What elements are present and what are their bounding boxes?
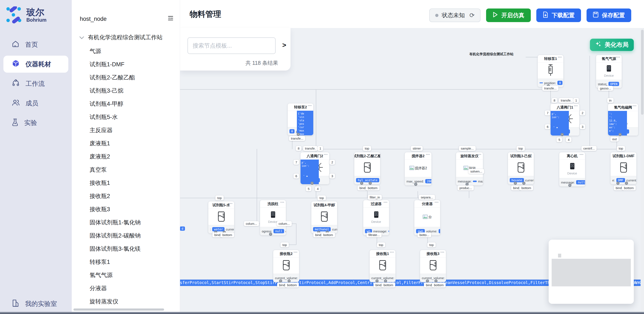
port-chip-transfe[interactable]: transfe.: [303, 146, 318, 151]
port-chip-bottom[interactable]: bottom: [382, 283, 395, 288]
canvas-node-试剂瓶4-甲醇[interactable]: 试剂瓶4-甲醇•••methanolcurrent_>>: [311, 201, 337, 233]
port-chip-filter_in[interactable]: filter_in: [368, 195, 382, 200]
port-chip-3[interactable]: 3: [330, 173, 335, 178]
port-chip-bottom[interactable]: bottom: [622, 185, 636, 190]
canvas-node-分液器[interactable]: 分液器•••分ownvolume:250>: [414, 200, 440, 235]
refresh-icon[interactable]: ⟳: [470, 12, 474, 19]
node-menu-icon[interactable]: •••: [384, 200, 388, 204]
sidebar-item-实验[interactable]: 实验: [4, 114, 68, 131]
开启仿真-button[interactable]: 开启仿真: [486, 8, 531, 22]
port-chip-top[interactable]: top: [363, 146, 371, 151]
port-chip-5[interactable]: 5: [306, 186, 311, 191]
canvas-node-八通阀门2[interactable]: 八通阀门2•••status:nup', ion': ' ▪>: [300, 152, 330, 184]
tree-item[interactable]: 接收瓶3: [72, 203, 180, 216]
node-menu-icon[interactable]: •••: [616, 55, 620, 59]
node-menu-icon[interactable]: •••: [426, 153, 430, 156]
port-chip-separa[interactable]: separa...: [419, 195, 435, 200]
sidebar-item-仪器耗材[interactable]: 仪器耗材: [4, 56, 68, 73]
port-handle-icon[interactable]: >: [434, 279, 438, 283]
sidebar-item-my-lab[interactable]: 我的实验室: [0, 299, 84, 309]
canvas-node-过滤器[interactable]: 过滤器•••Devicewnmessage:ma>: [363, 200, 389, 235]
port-handle-icon[interactable]: >: [625, 182, 628, 185]
port-chip-5[interactable]: 5: [556, 137, 562, 142]
port-chip-stirrer[interactable]: stirrer: [411, 146, 423, 151]
port-handle-icon[interactable]: >: [368, 182, 372, 185]
search-input[interactable]: [188, 37, 276, 54]
node-menu-icon[interactable]: •••: [574, 104, 578, 108]
canvas-node-接收瓶2[interactable]: 接收瓶2•••current_volume:0>>: [273, 250, 299, 282]
canvas-node-洗脱柱[interactable]: 洗脱柱•••Deviceogress:nullcolu>: [260, 200, 286, 235]
tree-item[interactable]: 废液瓶2: [72, 150, 180, 163]
port-chip-8[interactable]: 8: [296, 146, 301, 151]
port-chip-transfe[interactable]: transfe.: [559, 98, 573, 103]
node-menu-icon[interactable]: •••: [294, 250, 298, 254]
sidebar-item-成员[interactable]: 成员: [4, 95, 68, 112]
port-handle-icon[interactable]: >: [297, 133, 300, 136]
tree-item[interactable]: 氢气气源: [72, 269, 180, 282]
port-chip-3[interactable]: 3: [580, 124, 585, 129]
tree-item[interactable]: 真空泵: [72, 163, 180, 176]
port-chip-bottom[interactable]: bottom: [366, 185, 380, 190]
flow-canvas[interactable]: 有机化学流程综合测试工作站 sferProtocol,StartStirProt…: [180, 28, 644, 314]
canvas-node-八通阀门1[interactable]: 八通阀门1•••status:Idp', ion': ' ▪>: [550, 104, 580, 136]
port-chip-6[interactable]: 6: [294, 173, 299, 178]
port-handle-icon[interactable]: >: [618, 133, 622, 136]
tree-item[interactable]: 旋转蒸发仪: [72, 295, 180, 308]
tree-item[interactable]: 试剂瓶3-己烷: [72, 84, 180, 97]
port-chip-top[interactable]: top: [427, 242, 436, 247]
port-chip-2[interactable]: 2: [330, 160, 335, 165]
tree-item[interactable]: 接收瓶1: [72, 176, 180, 189]
port-chip-transfe[interactable]: transfe...: [289, 136, 305, 141]
port-chip-bottom[interactable]: bottom: [321, 232, 335, 237]
node-menu-icon[interactable]: •••: [390, 250, 394, 254]
port-chip-bottom[interactable]: bottom: [285, 283, 299, 288]
minimap-viewport[interactable]: [552, 259, 631, 286]
port-handle-icon[interactable]: >: [360, 182, 363, 185]
canvas-node-氢气气源[interactable]: 氢气气源•••Devicestatus:OPEN>: [596, 55, 622, 88]
node-menu-icon[interactable]: •••: [324, 153, 328, 156]
port-chip-8[interactable]: 8: [552, 98, 557, 103]
beautify-layout-button[interactable]: 美化布局: [590, 39, 634, 51]
node-menu-icon[interactable]: •••: [440, 250, 444, 254]
port-chip-filtrate[interactable]: filtrate...: [366, 232, 382, 237]
search-submit-chevron-icon[interactable]: >: [282, 41, 286, 49]
node-menu-icon[interactable]: •••: [528, 153, 532, 156]
port-handle-icon[interactable]: >: [568, 184, 572, 187]
tree-item[interactable]: 试剂瓶4-甲醇: [72, 97, 180, 111]
tree-item[interactable]: 固体试剂瓶2-碳酸钠: [72, 229, 180, 242]
port-handle-icon[interactable]: >: [414, 183, 417, 186]
node-menu-icon[interactable]: •••: [332, 202, 336, 205]
port-handle-icon[interactable]: >: [616, 182, 620, 185]
port-chip-gasso[interactable]: gasso...: [598, 86, 613, 91]
node-menu-icon[interactable]: •••: [434, 200, 439, 204]
下载配置-button[interactable]: 下载配置: [536, 8, 581, 22]
port-chip-produc[interactable]: produc...: [458, 185, 474, 190]
port-chip-4[interactable]: 4: [566, 137, 572, 142]
tree-item[interactable]: 固体试剂瓶1-氯化钠: [72, 216, 180, 229]
node-menu-icon[interactable]: •••: [308, 104, 312, 107]
tree-item[interactable]: 气源: [72, 45, 180, 58]
tree-item[interactable]: 试剂瓶5-水: [72, 111, 180, 124]
port-handle-icon[interactable]: >: [522, 182, 526, 185]
node-menu-icon[interactable]: •••: [228, 202, 232, 205]
port-chip-top[interactable]: top: [280, 242, 289, 247]
port-chip-6[interactable]: 6: [545, 124, 550, 129]
node-menu-icon[interactable]: •••: [374, 153, 378, 156]
node-menu-icon[interactable]: •••: [558, 55, 562, 59]
port-chip-out[interactable]: out: [610, 137, 619, 142]
canvas-node-试剂瓶1-DMF[interactable]: 试剂瓶1-DMF•••e:DMFcurrent_vol>>: [610, 152, 636, 184]
minimap[interactable]: [549, 240, 634, 304]
port-handle-icon[interactable]: >: [288, 279, 291, 283]
sidebar-item-工作流[interactable]: 工作流: [4, 75, 68, 92]
node-menu-icon[interactable]: •••: [631, 153, 635, 156]
tree-item[interactable]: 废液瓶1: [72, 137, 180, 150]
port-chip-top[interactable]: top: [617, 146, 625, 151]
port-handle-icon[interactable]: >: [269, 233, 272, 236]
port-handle-icon[interactable]: >: [310, 182, 314, 185]
tree-item[interactable]: 接收瓶2: [72, 189, 180, 203]
port-chip-bottom[interactable]: bottom: [520, 185, 533, 190]
tree-horizontal-scrollbar[interactable]: [74, 309, 164, 311]
canvas-node-接收瓶1[interactable]: 接收瓶1•••current_volume:0>>: [370, 250, 396, 282]
tree-item[interactable]: 主反应器: [72, 124, 180, 137]
tree-item[interactable]: 分液器: [72, 282, 180, 295]
